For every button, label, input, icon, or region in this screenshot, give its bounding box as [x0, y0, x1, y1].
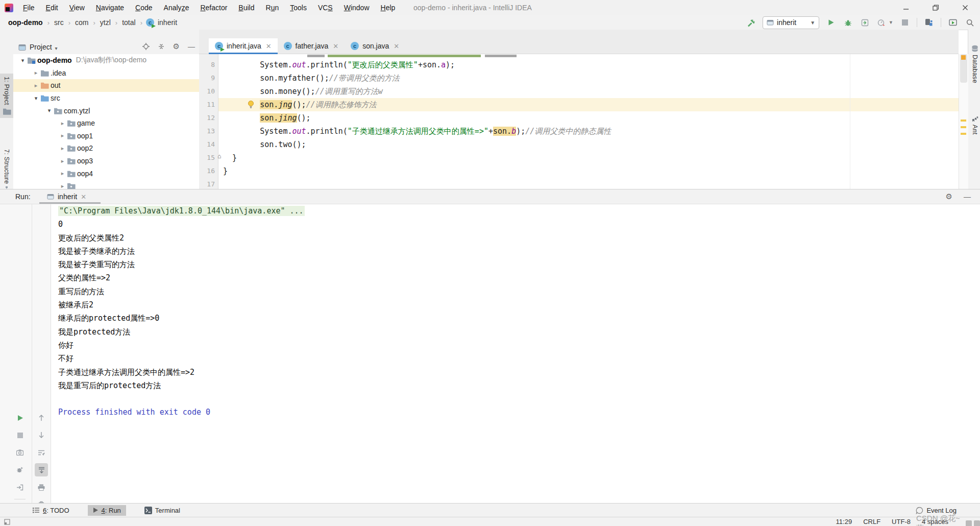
debug-button[interactable]: [843, 17, 853, 28]
menu-item-file[interactable]: File: [17, 0, 40, 15]
line-number[interactable]: 11: [200, 98, 215, 111]
menu-item-build[interactable]: Build: [233, 0, 260, 15]
expander-closed-icon[interactable]: ▸: [58, 158, 67, 164]
hide-panel-icon[interactable]: ―: [964, 193, 971, 201]
editor-gutter[interactable]: 891011121314151617: [199, 54, 218, 189]
menu-item-analyze[interactable]: Analyze: [158, 0, 195, 15]
line-number[interactable]: 17: [200, 178, 215, 189]
highlight-mark[interactable]: [961, 119, 966, 122]
toolwindow-switcher-icon[interactable]: [4, 519, 10, 525]
tree-row-com.ytzl[interactable]: ▾com.ytzl: [13, 104, 199, 117]
soft-wrap-icon[interactable]: [35, 446, 48, 459]
restore-button[interactable]: [921, 0, 950, 15]
close-icon[interactable]: ✕: [266, 42, 272, 50]
rerun-button[interactable]: [13, 411, 27, 424]
menu-item-vcs[interactable]: VCS: [312, 0, 338, 15]
print-icon[interactable]: [35, 481, 48, 494]
stripe-button-7-structure[interactable]: 7: Structure: [0, 146, 13, 196]
search-everywhere-icon[interactable]: [965, 17, 975, 28]
tab-father.java[interactable]: cfather.java✕: [278, 38, 345, 54]
up-stack-trace-icon[interactable]: [35, 411, 48, 424]
expander-closed-icon[interactable]: ▸: [32, 82, 40, 89]
expander-closed-icon[interactable]: ▸: [58, 132, 67, 139]
editor-error-stripe[interactable]: [959, 54, 968, 189]
stripe-button-database[interactable]: Database: [968, 42, 980, 86]
tree-row[interactable]: ▸: [13, 180, 199, 189]
scroll-to-end-icon[interactable]: [35, 463, 48, 476]
stripe-button-ant[interactable]: Ant: [968, 112, 980, 138]
status-indent[interactable]: 4 spaces: [922, 518, 948, 525]
line-number[interactable]: 12: [200, 111, 215, 125]
menu-item-window[interactable]: Window: [338, 0, 375, 15]
rerun-failed-icon[interactable]: [13, 463, 27, 476]
breadcrumb-item[interactable]: inherit: [157, 18, 178, 27]
tree-row-oop4[interactable]: ▸oop4: [13, 167, 199, 180]
line-number[interactable]: 9: [200, 71, 215, 85]
stripe-button-1-project[interactable]: 1: Project: [0, 74, 13, 118]
tree-row-out[interactable]: ▸out: [13, 79, 199, 92]
down-stack-trace-icon[interactable]: [35, 428, 48, 442]
expander-closed-icon[interactable]: ▸: [58, 183, 67, 189]
expander-open-icon[interactable]: ▾: [45, 107, 54, 114]
status-line-ending[interactable]: CRLF: [863, 518, 880, 525]
expander-closed-icon[interactable]: ▸: [32, 69, 40, 76]
show-running-list-icon[interactable]: [13, 481, 27, 494]
annotation-mark[interactable]: [961, 55, 966, 60]
expander-open-icon[interactable]: ▾: [18, 57, 27, 64]
expander-closed-icon[interactable]: ▸: [58, 120, 67, 127]
tree-row-game[interactable]: ▸game: [13, 117, 199, 130]
minimize-button[interactable]: [891, 0, 921, 15]
run-configuration-select[interactable]: inherit ▼: [763, 16, 819, 29]
code-editor[interactable]: System.out.println("更改后的父类属性"+son.a); so…: [199, 54, 959, 189]
stop-process-button[interactable]: [13, 428, 27, 442]
menu-item-navigate[interactable]: Navigate: [90, 0, 130, 15]
chevron-down-icon[interactable]: ▾: [55, 45, 58, 51]
profiler-button[interactable]: [876, 17, 887, 28]
close-button[interactable]: [950, 0, 980, 15]
line-number[interactable]: 8: [200, 58, 215, 71]
line-number[interactable]: 10: [200, 85, 215, 98]
settings-gear-icon[interactable]: ⚙: [946, 192, 952, 201]
menu-item-refactor[interactable]: Refactor: [194, 0, 233, 15]
highlight-mark[interactable]: [961, 133, 966, 135]
close-icon[interactable]: ✕: [333, 42, 338, 50]
run-anything-monitor-icon[interactable]: [948, 17, 958, 28]
run-button[interactable]: [826, 17, 836, 28]
toolwindow-button-terminal[interactable]: Terminal: [139, 505, 185, 516]
dump-threads-camera-icon[interactable]: [13, 446, 27, 459]
tab-son.java[interactable]: cson.java✕: [345, 38, 405, 54]
breadcrumb-item[interactable]: ytzl: [99, 18, 112, 27]
breadcrumb-item[interactable]: total: [121, 18, 136, 27]
close-icon[interactable]: ✕: [81, 193, 86, 201]
close-icon[interactable]: ✕: [394, 42, 399, 50]
locate-file-icon[interactable]: [142, 43, 150, 50]
tree-row-oop1[interactable]: ▸oop1: [13, 130, 199, 142]
tree-row-oop-demo[interactable]: ▾oop-demoD:\java制作\oop-demo: [13, 54, 199, 67]
line-number[interactable]: 14: [200, 138, 215, 151]
expander-open-icon[interactable]: ▾: [32, 95, 40, 102]
settings-gear-icon[interactable]: ⚙: [173, 42, 180, 51]
breadcrumb-item[interactable]: com: [74, 18, 89, 27]
tab-inherit.java[interactable]: cinherit.java✕: [209, 38, 278, 54]
breadcrumb-item[interactable]: oop-demo: [7, 18, 44, 27]
profiler-chevron-icon[interactable]: ▼: [889, 20, 893, 25]
expander-closed-icon[interactable]: ▸: [58, 145, 67, 152]
run-tab[interactable]: inherit ✕: [47, 189, 86, 204]
hide-panel-icon[interactable]: ―: [188, 42, 195, 51]
menu-item-help[interactable]: Help: [375, 0, 401, 15]
toolwindow-button-6-todo[interactable]: 6: TODO: [28, 505, 75, 516]
breadcrumb-item[interactable]: src: [53, 18, 65, 27]
tree-row-src[interactable]: ▾src: [13, 92, 199, 105]
tree-row-oop2[interactable]: ▸oop2: [13, 142, 199, 155]
line-number[interactable]: 16: [200, 164, 215, 178]
menu-item-tools[interactable]: Tools: [284, 0, 312, 15]
collapse-all-icon[interactable]: [158, 43, 165, 50]
project-panel-title[interactable]: Project: [30, 43, 52, 51]
status-cursor-time[interactable]: 11:29: [836, 518, 852, 525]
line-number[interactable]: 15: [200, 151, 215, 164]
menu-item-code[interactable]: Code: [130, 0, 158, 15]
menu-item-view[interactable]: View: [64, 0, 90, 15]
tree-row-.idea[interactable]: ▸.idea: [13, 67, 199, 80]
event-log-button[interactable]: Event Log: [916, 507, 957, 514]
run-with-coverage-button[interactable]: [860, 17, 870, 28]
